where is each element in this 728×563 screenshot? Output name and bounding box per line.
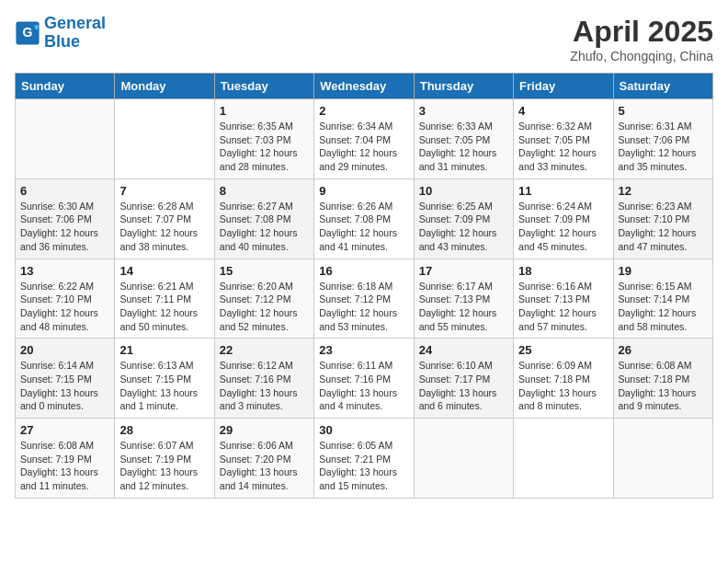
calendar-cell: 19Sunrise: 6:15 AM Sunset: 7:14 PM Dayli… bbox=[613, 259, 712, 339]
header-thursday: Thursday bbox=[414, 74, 513, 99]
day-number: 23 bbox=[319, 343, 408, 357]
logo-general: General bbox=[44, 14, 106, 32]
day-number: 8 bbox=[220, 184, 309, 198]
calendar-cell: 30Sunrise: 6:05 AM Sunset: 7:21 PM Dayli… bbox=[314, 419, 414, 499]
day-info: Sunrise: 6:35 AM Sunset: 7:03 PM Dayligh… bbox=[220, 120, 309, 174]
header-tuesday: Tuesday bbox=[214, 74, 313, 99]
day-number: 21 bbox=[119, 343, 209, 357]
calendar-cell: 7Sunrise: 6:28 AM Sunset: 7:07 PM Daylig… bbox=[115, 178, 214, 259]
day-number: 19 bbox=[619, 264, 708, 278]
calendar-cell: 8Sunrise: 6:27 AM Sunset: 7:08 PM Daylig… bbox=[214, 178, 313, 259]
day-info: Sunrise: 6:23 AM Sunset: 7:10 PM Dayligh… bbox=[619, 200, 708, 254]
day-number: 9 bbox=[319, 184, 408, 198]
day-info: Sunrise: 6:16 AM Sunset: 7:13 PM Dayligh… bbox=[518, 280, 608, 334]
day-info: Sunrise: 6:15 AM Sunset: 7:14 PM Dayligh… bbox=[619, 280, 708, 334]
calendar-cell: 29Sunrise: 6:06 AM Sunset: 7:20 PM Dayli… bbox=[214, 419, 313, 499]
header-row: SundayMondayTuesdayWednesdayThursdayFrid… bbox=[16, 74, 713, 99]
day-info: Sunrise: 6:17 AM Sunset: 7:13 PM Dayligh… bbox=[419, 280, 508, 334]
calendar-cell: 17Sunrise: 6:17 AM Sunset: 7:13 PM Dayli… bbox=[414, 259, 513, 339]
calendar-cell: 25Sunrise: 6:09 AM Sunset: 7:18 PM Dayli… bbox=[514, 339, 613, 419]
day-info: Sunrise: 6:13 AM Sunset: 7:15 PM Dayligh… bbox=[119, 359, 209, 413]
day-number: 14 bbox=[119, 264, 209, 278]
calendar-cell: 22Sunrise: 6:12 AM Sunset: 7:16 PM Dayli… bbox=[214, 339, 313, 419]
day-info: Sunrise: 6:24 AM Sunset: 7:09 PM Dayligh… bbox=[518, 200, 608, 254]
day-info: Sunrise: 6:09 AM Sunset: 7:18 PM Dayligh… bbox=[518, 359, 608, 413]
header-monday: Monday bbox=[115, 74, 214, 99]
calendar-cell: 3Sunrise: 6:33 AM Sunset: 7:05 PM Daylig… bbox=[414, 99, 513, 179]
main-title: April 2025 bbox=[570, 15, 713, 49]
day-number: 18 bbox=[518, 264, 608, 278]
day-number: 6 bbox=[20, 184, 109, 198]
day-info: Sunrise: 6:33 AM Sunset: 7:05 PM Dayligh… bbox=[419, 120, 508, 174]
header-saturday: Saturday bbox=[613, 74, 712, 99]
calendar-cell: 15Sunrise: 6:20 AM Sunset: 7:12 PM Dayli… bbox=[214, 259, 313, 339]
calendar-cell: 20Sunrise: 6:14 AM Sunset: 7:15 PM Dayli… bbox=[16, 339, 115, 419]
day-info: Sunrise: 6:06 AM Sunset: 7:20 PM Dayligh… bbox=[220, 439, 309, 493]
day-info: Sunrise: 6:32 AM Sunset: 7:05 PM Dayligh… bbox=[518, 120, 608, 174]
logo-icon: G bbox=[15, 20, 40, 46]
calendar-cell bbox=[514, 419, 613, 499]
calendar-cell: 26Sunrise: 6:08 AM Sunset: 7:18 PM Dayli… bbox=[613, 339, 712, 419]
week-row-3: 13Sunrise: 6:22 AM Sunset: 7:10 PM Dayli… bbox=[16, 259, 713, 339]
week-row-1: 1Sunrise: 6:35 AM Sunset: 7:03 PM Daylig… bbox=[16, 99, 713, 179]
page-header: G General Blue April 2025 Zhufo, Chongqi… bbox=[15, 15, 713, 63]
calendar-cell: 2Sunrise: 6:34 AM Sunset: 7:04 PM Daylig… bbox=[314, 99, 414, 179]
calendar-cell: 4Sunrise: 6:32 AM Sunset: 7:05 PM Daylig… bbox=[514, 99, 613, 179]
day-info: Sunrise: 6:26 AM Sunset: 7:08 PM Dayligh… bbox=[319, 200, 408, 254]
day-number: 29 bbox=[220, 423, 309, 437]
day-number: 10 bbox=[419, 184, 508, 198]
day-number: 13 bbox=[20, 264, 109, 278]
calendar-cell: 14Sunrise: 6:21 AM Sunset: 7:11 PM Dayli… bbox=[115, 259, 214, 339]
day-number: 12 bbox=[619, 184, 708, 198]
day-info: Sunrise: 6:08 AM Sunset: 7:18 PM Dayligh… bbox=[619, 359, 708, 413]
calendar-table: SundayMondayTuesdayWednesdayThursdayFrid… bbox=[15, 73, 713, 499]
day-number: 27 bbox=[20, 423, 109, 437]
calendar-cell: 27Sunrise: 6:08 AM Sunset: 7:19 PM Dayli… bbox=[16, 419, 115, 499]
day-number: 30 bbox=[319, 423, 408, 437]
day-number: 1 bbox=[220, 104, 309, 118]
calendar-cell bbox=[613, 419, 712, 499]
week-row-4: 20Sunrise: 6:14 AM Sunset: 7:15 PM Dayli… bbox=[16, 339, 713, 419]
calendar-cell: 18Sunrise: 6:16 AM Sunset: 7:13 PM Dayli… bbox=[514, 259, 613, 339]
day-number: 17 bbox=[419, 264, 508, 278]
header-wednesday: Wednesday bbox=[314, 74, 414, 99]
subtitle: Zhufo, Chongqing, China bbox=[570, 49, 713, 63]
day-number: 24 bbox=[419, 343, 508, 357]
calendar-cell: 28Sunrise: 6:07 AM Sunset: 7:19 PM Dayli… bbox=[115, 419, 214, 499]
day-number: 22 bbox=[220, 343, 309, 357]
calendar-cell bbox=[16, 99, 115, 179]
day-number: 28 bbox=[119, 423, 209, 437]
day-number: 26 bbox=[619, 343, 708, 357]
calendar-cell: 12Sunrise: 6:23 AM Sunset: 7:10 PM Dayli… bbox=[613, 178, 712, 259]
calendar-cell: 9Sunrise: 6:26 AM Sunset: 7:08 PM Daylig… bbox=[314, 178, 414, 259]
week-row-5: 27Sunrise: 6:08 AM Sunset: 7:19 PM Dayli… bbox=[16, 419, 713, 499]
day-info: Sunrise: 6:08 AM Sunset: 7:19 PM Dayligh… bbox=[20, 439, 109, 493]
day-info: Sunrise: 6:31 AM Sunset: 7:06 PM Dayligh… bbox=[619, 120, 708, 174]
day-info: Sunrise: 6:28 AM Sunset: 7:07 PM Dayligh… bbox=[119, 200, 209, 254]
day-number: 3 bbox=[419, 104, 508, 118]
day-number: 16 bbox=[319, 264, 408, 278]
calendar-cell: 6Sunrise: 6:30 AM Sunset: 7:06 PM Daylig… bbox=[16, 178, 115, 259]
day-number: 11 bbox=[518, 184, 608, 198]
calendar-cell: 24Sunrise: 6:10 AM Sunset: 7:17 PM Dayli… bbox=[414, 339, 513, 419]
day-number: 4 bbox=[518, 104, 608, 118]
day-info: Sunrise: 6:25 AM Sunset: 7:09 PM Dayligh… bbox=[419, 200, 508, 254]
day-info: Sunrise: 6:07 AM Sunset: 7:19 PM Dayligh… bbox=[119, 439, 209, 493]
logo: G General Blue bbox=[15, 15, 106, 52]
day-info: Sunrise: 6:34 AM Sunset: 7:04 PM Dayligh… bbox=[319, 120, 408, 174]
day-info: Sunrise: 6:12 AM Sunset: 7:16 PM Dayligh… bbox=[220, 359, 309, 413]
calendar-cell: 21Sunrise: 6:13 AM Sunset: 7:15 PM Dayli… bbox=[115, 339, 214, 419]
day-info: Sunrise: 6:18 AM Sunset: 7:12 PM Dayligh… bbox=[319, 280, 408, 334]
calendar-cell: 11Sunrise: 6:24 AM Sunset: 7:09 PM Dayli… bbox=[514, 178, 613, 259]
day-number: 25 bbox=[518, 343, 608, 357]
calendar-cell: 5Sunrise: 6:31 AM Sunset: 7:06 PM Daylig… bbox=[613, 99, 712, 179]
day-number: 15 bbox=[220, 264, 309, 278]
day-info: Sunrise: 6:11 AM Sunset: 7:16 PM Dayligh… bbox=[319, 359, 408, 413]
calendar-cell bbox=[414, 419, 513, 499]
calendar-cell bbox=[115, 99, 214, 179]
day-number: 7 bbox=[119, 184, 209, 198]
header-friday: Friday bbox=[514, 74, 613, 99]
day-info: Sunrise: 6:05 AM Sunset: 7:21 PM Dayligh… bbox=[319, 439, 408, 493]
day-info: Sunrise: 6:10 AM Sunset: 7:17 PM Dayligh… bbox=[419, 359, 508, 413]
day-number: 2 bbox=[319, 104, 408, 118]
